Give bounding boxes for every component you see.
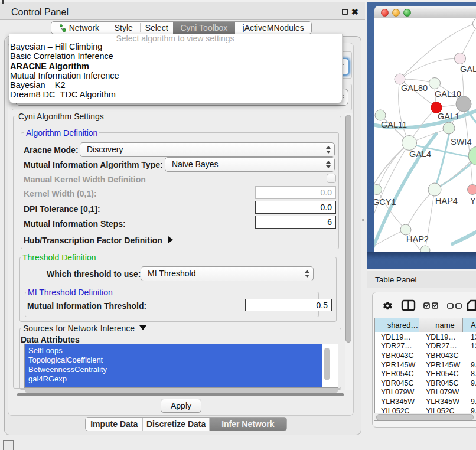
svg-text:GAL7: GAL7 <box>460 64 476 74</box>
svg-text:GAL10: GAL10 <box>435 89 461 99</box>
svg-text:GAL11: GAL11 <box>381 120 407 129</box>
svg-text:Y: Y <box>470 196 476 206</box>
svg-text:GAL1: GAL1 <box>438 112 459 121</box>
svg-text:SWI4: SWI4 <box>451 137 471 146</box>
svg-text:HAP2: HAP2 <box>406 234 429 244</box>
svg-text:GCY1: GCY1 <box>374 197 396 207</box>
svg-text:GAL4: GAL4 <box>409 149 431 159</box>
svg-text:HAP4: HAP4 <box>435 196 458 206</box>
svg-text:GAL80: GAL80 <box>401 83 428 93</box>
